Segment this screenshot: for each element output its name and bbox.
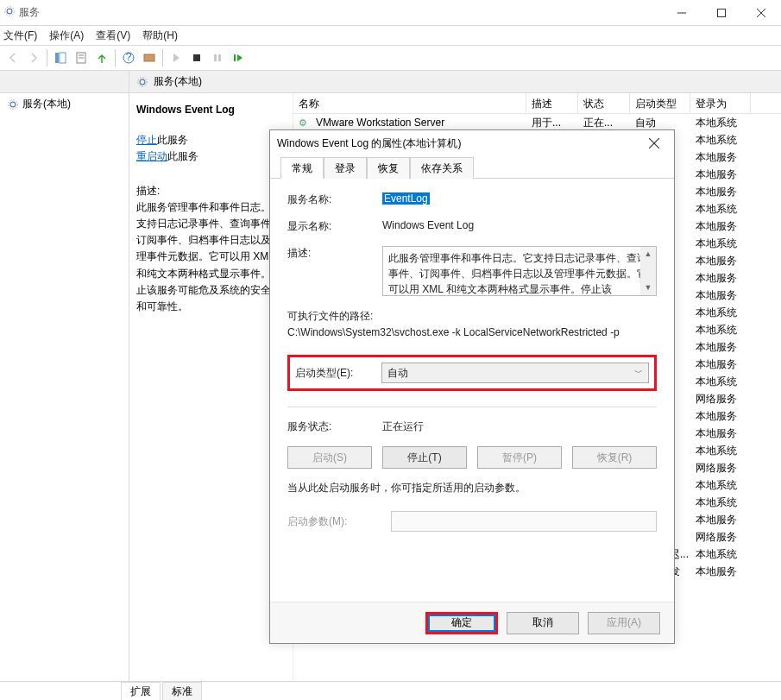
- startup-hint: 当从此处启动服务时，你可指定所适用的启动参数。: [287, 481, 657, 495]
- close-button[interactable]: [741, 0, 781, 26]
- cancel-button[interactable]: 取消: [507, 612, 579, 634]
- svg-point-0: [7, 9, 12, 14]
- toolbar: ?: [0, 45, 781, 71]
- dialog-tabs: 常规 登录 恢复 依存关系: [270, 156, 674, 179]
- param-input: [391, 511, 657, 532]
- list-header: 名称 描述 状态 启动类型 登录为: [293, 93, 781, 114]
- table-row[interactable]: ⚙VMware Workstation Server用于...正在...自动本地…: [293, 114, 781, 131]
- svg-rect-15: [214, 54, 217, 61]
- up-arrow-icon[interactable]: ▲: [645, 249, 652, 261]
- tab-general[interactable]: 常规: [280, 157, 324, 179]
- svg-point-1: [5, 7, 15, 16]
- dialog-footer: 确定 取消 应用(A): [270, 602, 674, 643]
- divider: [287, 407, 657, 407]
- back-button[interactable]: [3, 48, 22, 67]
- apply-button: 应用(A): [588, 612, 660, 634]
- resume-button: 恢复(R): [572, 446, 657, 469]
- properties-button[interactable]: [72, 48, 91, 67]
- bottom-tabs: 扩展 标准: [0, 681, 781, 700]
- desc-label: 描述:: [287, 246, 382, 261]
- maximize-button[interactable]: [702, 0, 741, 26]
- minimize-button[interactable]: [662, 0, 702, 26]
- ok-button[interactable]: 确定: [425, 612, 498, 634]
- pause-button: 暂停(P): [477, 446, 562, 469]
- status-label: 服务状态:: [287, 419, 382, 434]
- desc-title: 描述:: [136, 183, 286, 199]
- large-icons-button[interactable]: [140, 48, 159, 67]
- gear-icon: ⚙: [299, 117, 312, 129]
- svg-rect-6: [55, 53, 59, 63]
- properties-dialog: Windows Event Log 的属性(本地计算机) 常规 登录 恢复 依存…: [269, 129, 675, 644]
- status-value: 正在运行: [382, 419, 657, 434]
- help-button[interactable]: ?: [119, 48, 138, 67]
- svg-rect-7: [60, 53, 66, 63]
- title-bar: 服务: [0, 0, 781, 26]
- tab-deps[interactable]: 依存关系: [410, 157, 474, 179]
- separator: [47, 49, 47, 66]
- content-header-label: 服务(本地): [154, 74, 202, 89]
- tab-extended[interactable]: 扩展: [121, 682, 161, 700]
- svg-text:?: ?: [126, 52, 132, 63]
- menu-file[interactable]: 文件(F): [3, 28, 37, 43]
- col-desc[interactable]: 描述: [526, 93, 578, 113]
- separator: [115, 49, 116, 66]
- col-startup[interactable]: 启动类型: [630, 93, 690, 113]
- display-name-value: Windows Event Log: [382, 219, 657, 231]
- stop-service-link[interactable]: 停止: [136, 134, 157, 146]
- tab-recovery[interactable]: 恢复: [367, 157, 410, 179]
- svg-rect-17: [234, 54, 236, 61]
- content-header: 服务(本地): [129, 71, 781, 93]
- menu-view[interactable]: 查看(V): [96, 28, 130, 43]
- startup-type-value: 自动: [387, 366, 408, 381]
- dialog-title: Windows Event Log 的属性(本地计算机): [277, 136, 641, 151]
- svg-point-21: [138, 77, 148, 86]
- exe-path-value: C:\Windows\System32\svchost.exe -k Local…: [287, 325, 657, 341]
- svg-rect-16: [218, 54, 221, 61]
- app-icon: [0, 5, 19, 20]
- desc-body: 此服务管理事件和事件日志。它支持日志记录事件、查询事件、订阅事件、归档事件日志以…: [136, 199, 286, 315]
- restart-button[interactable]: [229, 48, 248, 67]
- dialog-close-button[interactable]: [641, 130, 667, 156]
- display-name-label: 显示名称:: [287, 219, 382, 234]
- export-button[interactable]: [92, 48, 111, 67]
- gear-icon: [7, 98, 19, 110]
- svg-point-18: [10, 102, 16, 107]
- svg-rect-14: [193, 54, 200, 61]
- col-name[interactable]: 名称: [293, 93, 526, 113]
- menu-help[interactable]: 帮助(H): [142, 28, 178, 43]
- svg-point-20: [140, 79, 145, 85]
- tree-pane: 服务(本地): [0, 71, 129, 681]
- service-name-value[interactable]: EventLog: [382, 192, 430, 205]
- tab-standard[interactable]: 标准: [162, 682, 202, 700]
- col-status[interactable]: 状态: [578, 93, 630, 113]
- separator: [162, 49, 163, 66]
- startup-type-combo[interactable]: 自动 ﹀: [381, 363, 649, 383]
- restart-service-link[interactable]: 重启动: [136, 150, 167, 162]
- scrollbar[interactable]: ▲▼: [640, 247, 656, 295]
- chevron-down-icon: ﹀: [634, 367, 643, 379]
- gear-icon: [136, 76, 148, 88]
- stop-button[interactable]: [187, 48, 206, 67]
- col-logon[interactable]: 登录为: [690, 93, 751, 113]
- startup-type-row: 启动类型(E): 自动 ﹀: [287, 355, 657, 391]
- startup-type-label: 启动类型(E):: [295, 366, 381, 381]
- svg-rect-13: [144, 54, 154, 61]
- exe-path-label: 可执行文件的路径:: [287, 308, 657, 325]
- menu-action[interactable]: 操作(A): [49, 28, 84, 43]
- stop-button[interactable]: 停止(T): [382, 446, 467, 469]
- forward-button[interactable]: [24, 48, 43, 67]
- play-button[interactable]: [167, 48, 186, 67]
- tab-logon[interactable]: 登录: [324, 157, 367, 179]
- tree-item-services[interactable]: 服务(本地): [0, 93, 129, 115]
- start-button: 启动(S): [287, 446, 372, 469]
- service-name-label: 服务名称:: [287, 192, 382, 207]
- menu-bar: 文件(F) 操作(A) 查看(V) 帮助(H): [0, 26, 781, 45]
- dialog-title-bar: Windows Event Log 的属性(本地计算机): [270, 130, 674, 156]
- down-arrow-icon[interactable]: ▼: [645, 282, 652, 294]
- selected-service-name: Windows Event Log: [136, 102, 286, 118]
- show-hide-tree-button[interactable]: [51, 48, 70, 67]
- svg-rect-3: [718, 9, 726, 16]
- tree-item-label: 服务(本地): [22, 97, 71, 111]
- pause-button[interactable]: [208, 48, 227, 67]
- description-box[interactable]: 此服务管理事件和事件日志。它支持日志记录事件、查询事件、订阅事件、归档事件日志以…: [382, 246, 657, 296]
